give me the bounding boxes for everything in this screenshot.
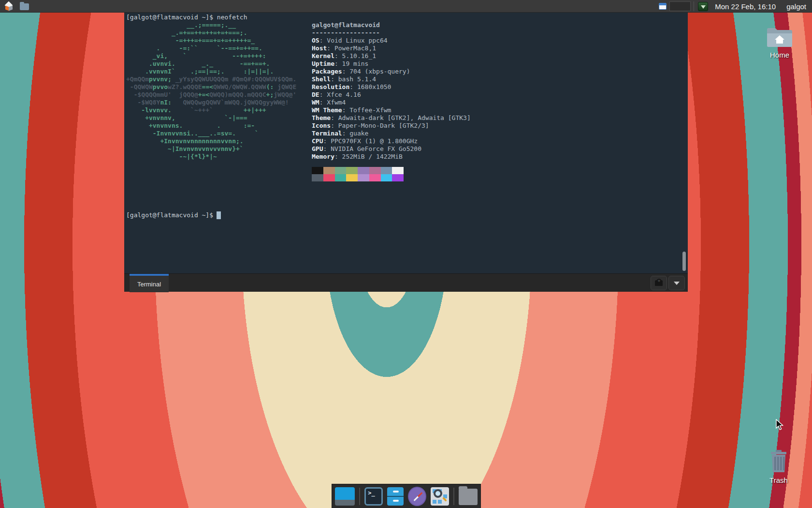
palette-swatch <box>392 167 404 174</box>
neofetch-color-palette <box>312 167 404 181</box>
neofetch-field: DE: Xfce 4.16 <box>312 91 471 99</box>
palette-swatch <box>346 174 358 181</box>
neofetch-field: Shell: bash 5.1.4 <box>312 75 471 83</box>
chevron-down-icon <box>674 282 680 285</box>
workspace-pager[interactable] <box>669 1 691 11</box>
new-tab-button[interactable] <box>651 276 667 290</box>
ascii-line: +Invnvnvnnnnnnnnvvnn;. <box>126 137 296 145</box>
terminal-prompt-line2: [galgot@flatmacvoid ~]$ <box>126 211 217 219</box>
window-buttons-icon[interactable] <box>659 3 667 10</box>
ascii-line: .vvnvnI` .;==|==;. :|=||=|. <box>126 68 296 75</box>
magnifier-lens-icon <box>434 489 442 498</box>
dock: >_ <box>332 484 481 508</box>
palette-swatch <box>312 167 323 174</box>
tab-menu-dropdown-button[interactable] <box>668 276 685 290</box>
palette-swatch <box>346 167 358 174</box>
palette-swatch <box>335 174 347 181</box>
neofetch-field: WM Theme: Toffee-Xfwm <box>312 106 471 114</box>
desktop-root: Mon 22 Feb, 16:10 galgot [galgot@flatmac… <box>0 0 812 508</box>
palette-row-normal <box>312 167 404 174</box>
ascii-line: +vnvnvns. . :=- <box>126 122 296 130</box>
compass-needle <box>414 492 423 501</box>
home-folder-icon <box>766 27 793 47</box>
ascii-line: -~|{*l}*|~ <box>126 153 296 161</box>
ascii-line: -QQWQWpvvowZ?.wQQQE==<QWWQ/QWQW.QQWW(: j… <box>126 83 296 91</box>
neofetch-field: OS: Void Linux ppc64 <box>312 37 471 45</box>
ascii-line: -=+++=+===+=+=+++++=_ <box>126 37 296 45</box>
screen-base <box>335 500 355 506</box>
ascii-line: ~|Invnvnvvnvvvnnv}+` <box>126 145 296 153</box>
drawer-handle <box>393 491 399 493</box>
ascii-line: _vi, ` --+=++++: <box>126 52 296 60</box>
ascii-line: -Invnvvnsi..___..=sv=. ` <box>126 130 296 137</box>
neofetch-field: Terminal: guake <box>312 130 471 137</box>
palette-swatch <box>369 174 381 181</box>
ascii-line: .uvnvi. _._ -==+==+. <box>126 60 296 68</box>
new-tab-icon <box>655 280 663 286</box>
palette-swatch <box>381 167 392 174</box>
panel-username: galgot <box>786 2 806 11</box>
terminal-launcher-icon[interactable]: >_ <box>364 487 383 506</box>
neofetch-field: Packages: 704 (xbps-query) <box>312 68 471 75</box>
neofetch-field: Resolution: 812x508 <box>312 83 471 91</box>
file-cabinet-icon[interactable] <box>387 487 404 506</box>
folder-icon[interactable] <box>459 489 478 505</box>
cube-right-face <box>9 5 13 11</box>
terminal-prompt-line1: [galgot@flatmacvoid ~]$ neofetch <box>126 14 247 21</box>
terminal-tab-bar: Terminal <box>124 273 688 292</box>
panel-clock[interactable]: Mon 22 Feb, 16:10 <box>715 2 776 11</box>
terminal-cursor <box>217 211 221 219</box>
desktop-icon-trash[interactable]: Trash <box>758 450 799 484</box>
applications-menu-icon[interactable] <box>5 2 13 11</box>
neofetch-info-block: galgot@flatmacvoid------------------OS: … <box>312 21 471 161</box>
ascii-line: +QmQQmpvvnv; _yYsyQQWUUQQQm #QmQ#:QQQWUV… <box>126 75 296 83</box>
mouse-cursor <box>776 419 784 433</box>
file-manager-icon[interactable] <box>20 3 29 10</box>
palette-row-bright <box>312 174 404 181</box>
neofetch-field: WM: Xfwm4 <box>312 99 471 106</box>
palette-swatch <box>335 167 347 174</box>
home-label: Home <box>759 51 800 59</box>
neofetch-field: CPU: PPC970FX (1) @ 1.800GHz <box>312 137 471 145</box>
palette-swatch <box>381 174 392 181</box>
neofetch-field: Memory: 252MiB / 1422MiB <box>312 153 471 161</box>
tab-terminal[interactable]: Terminal <box>130 274 169 292</box>
app-finder-icon[interactable] <box>431 487 449 506</box>
neofetch-field: Theme: Adwaita-dark [GTK2], Adwaita [GTK… <box>312 114 471 122</box>
ascii-line: -lvvnvv. `~+++` ++|+++ <box>126 106 296 114</box>
guake-terminal-window: [galgot@flatmacvoid ~]$ neofetch __.;===… <box>124 12 688 292</box>
neofetch-field: GPU: NVIDIA GeForce FX Go5200 <box>312 145 471 153</box>
dock-separator <box>359 488 360 505</box>
drawer-handle <box>393 500 399 502</box>
neofetch-field: Icons: Paper-Mono-Dark [GTK2/3] <box>312 122 471 130</box>
trash-can-icon <box>769 450 788 472</box>
screen-area <box>335 487 355 500</box>
palette-swatch <box>358 167 369 174</box>
palette-swatch <box>323 167 335 174</box>
guake-tray-icon[interactable] <box>698 2 708 11</box>
neofetch-separator: ------------------ <box>312 29 471 37</box>
palette-swatch <box>392 174 404 181</box>
ascii-line: +vnvnnv, `-|=== <box>126 114 296 122</box>
palette-swatch <box>358 174 369 181</box>
ascii-line: -$WQ8YnI: QWQQwgQQWV`mWQQ.jQWQQgyyWW@! <box>126 99 296 106</box>
ascii-line: -$QQQQmmU' jQQQ@+=<QWQQ)mQQQ.mQQQC+;jWQQ… <box>126 91 296 99</box>
ascii-line: __.;=====;.__ <box>126 21 296 29</box>
desktop-icon-home[interactable]: Home <box>759 27 800 59</box>
terminal-content[interactable]: [galgot@flatmacvoid ~]$ neofetch __.;===… <box>124 12 688 273</box>
trash-label: Trash <box>758 476 799 484</box>
palette-swatch <box>323 174 335 181</box>
neofetch-user-host: galgot@flatmacvoid <box>312 21 471 29</box>
palette-swatch <box>312 174 323 181</box>
show-desktop-icon[interactable] <box>335 487 355 506</box>
neofetch-ascii-logo: __.;=====;.__ _.=+==++=++=+=+===;. -=+++… <box>126 21 296 161</box>
neofetch-field: Host: PowerMac8,1 <box>312 45 471 52</box>
neofetch-field: Uptime: 19 mins <box>312 60 471 68</box>
top-panel: Mon 22 Feb, 16:10 galgot <box>0 0 812 13</box>
web-browser-compass-icon[interactable] <box>408 487 426 506</box>
neofetch-field: Kernel: 5.10.16_1 <box>312 52 471 60</box>
panel-separator <box>694 1 694 11</box>
dock-separator <box>453 488 454 505</box>
ascii-line: . -=:`` `--==+=++==. <box>126 45 296 52</box>
terminal-scrollbar[interactable] <box>682 252 686 271</box>
